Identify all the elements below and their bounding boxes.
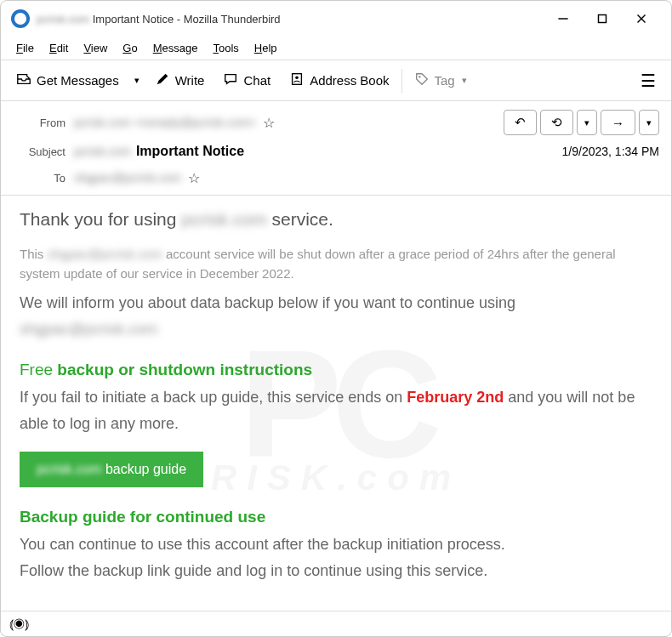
from-value: pcrisk.com <noreply@pcrisk.com>: [74, 116, 256, 129]
address-book-button[interactable]: Address Book: [281, 66, 397, 94]
tag-button[interactable]: Tag ▾: [406, 66, 476, 94]
from-row: From pcrisk.com <noreply@pcrisk.com> ☆ ↶…: [1, 108, 671, 137]
address-book-icon: [289, 71, 305, 89]
section-heading-1: Free backup or shutdown instructions: [20, 361, 652, 379]
watermark-sub: RISK.com: [211, 458, 461, 498]
more-dropdown[interactable]: ▾: [639, 110, 659, 135]
menubar: File Edit View Go Message Tools Help: [1, 37, 671, 60]
chat-icon: [223, 71, 238, 89]
svg-point-6: [419, 76, 420, 77]
reply-icon: ↶: [515, 115, 526, 130]
menu-message[interactable]: Message: [146, 38, 205, 58]
chevron-down-icon: ▾: [462, 75, 467, 86]
forward-icon: →: [612, 116, 624, 130]
inform-line: We will inform you about data backup bel…: [20, 290, 652, 342]
menu-file[interactable]: File: [9, 38, 41, 58]
app-window: pcrisk.com Important Notice - Mozilla Th…: [0, 0, 672, 637]
subject-blur: pcrisk.com: [74, 145, 131, 158]
get-messages-button[interactable]: Get Messages: [8, 66, 128, 94]
menu-tools[interactable]: Tools: [206, 38, 245, 58]
reply-all-button[interactable]: ⟲: [540, 110, 573, 135]
tag-label: Tag: [435, 73, 455, 88]
menu-go[interactable]: Go: [116, 38, 144, 58]
continue-line-1: You can continue to use this account aft…: [20, 532, 652, 558]
subject-text: Important Notice: [136, 144, 244, 159]
menu-edit[interactable]: Edit: [43, 38, 75, 58]
star-icon[interactable]: ☆: [188, 170, 200, 186]
to-label: To: [13, 172, 65, 185]
hamburger-menu-button[interactable]: ☰: [632, 65, 664, 96]
statusbar: ⦅◉⦆: [1, 611, 671, 636]
menu-help[interactable]: Help: [248, 38, 284, 58]
continue-line-2: Follow the backup link guide and log in …: [20, 558, 652, 584]
thunderbird-icon: [11, 9, 30, 28]
reply-all-dropdown[interactable]: ▾: [577, 110, 597, 135]
forward-button[interactable]: →: [601, 110, 635, 135]
close-button[interactable]: [622, 5, 661, 32]
svg-point-5: [295, 76, 299, 79]
section-heading-2: Backup guide for continued use: [20, 508, 652, 526]
write-label: Write: [175, 73, 205, 88]
to-row: To shgpac@pcrisk.com ☆: [1, 166, 671, 195]
hamburger-icon: ☰: [641, 71, 656, 90]
write-button[interactable]: Write: [146, 66, 214, 94]
fail-line: If you fail to initiate a back up guide,…: [20, 384, 652, 436]
message-header: From pcrisk.com <noreply@pcrisk.com> ☆ ↶…: [1, 101, 671, 196]
subject-label: Subject: [13, 145, 65, 158]
titlebar: pcrisk.com Important Notice - Mozilla Th…: [1, 1, 671, 37]
subject-row: Subject pcrisk.com Important Notice 1/9/…: [1, 137, 671, 166]
notice-line: This shgpac@pcrisk.com account service w…: [20, 245, 652, 283]
address-book-label: Address Book: [310, 73, 389, 88]
toolbar: Get Messages ▾ Write Chat Address Book T…: [1, 60, 671, 101]
message-body: PC RISK.com Thank you for using pcrisk.c…: [1, 196, 671, 611]
get-messages-dropdown[interactable]: ▾: [129, 71, 145, 89]
tag-icon: [414, 71, 430, 89]
chevron-down-icon: ▾: [584, 117, 589, 128]
window-title: pcrisk.com Important Notice - Mozilla Th…: [37, 13, 544, 26]
chevron-down-icon: ▾: [646, 117, 652, 128]
greeting-line: Thank you for using pcrisk.com service.: [20, 209, 652, 230]
message-date: 1/9/2023, 1:34 PM: [562, 145, 659, 158]
chat-button[interactable]: Chat: [214, 66, 279, 94]
minimize-button[interactable]: [544, 5, 583, 32]
from-label: From: [13, 117, 65, 129]
chat-label: Chat: [243, 73, 271, 88]
backup-guide-button[interactable]: pcrisk.com backup guide: [20, 452, 203, 487]
broadcast-icon[interactable]: ⦅◉⦆: [9, 617, 29, 632]
maximize-button[interactable]: [583, 5, 622, 32]
star-icon[interactable]: ☆: [263, 115, 275, 131]
inbox-icon: [16, 71, 31, 89]
toolbar-separator: [401, 69, 402, 93]
reply-button[interactable]: ↶: [504, 110, 537, 135]
menu-view[interactable]: View: [77, 38, 114, 58]
to-value: shgpac@pcrisk.com: [74, 171, 181, 185]
svg-rect-1: [599, 15, 607, 23]
reply-button-group: ↶ ⟲ ▾ → ▾: [504, 110, 659, 135]
reply-all-icon: ⟲: [551, 115, 562, 130]
get-messages-label: Get Messages: [37, 73, 119, 88]
pencil-icon: [155, 71, 170, 89]
window-controls: [544, 5, 661, 32]
